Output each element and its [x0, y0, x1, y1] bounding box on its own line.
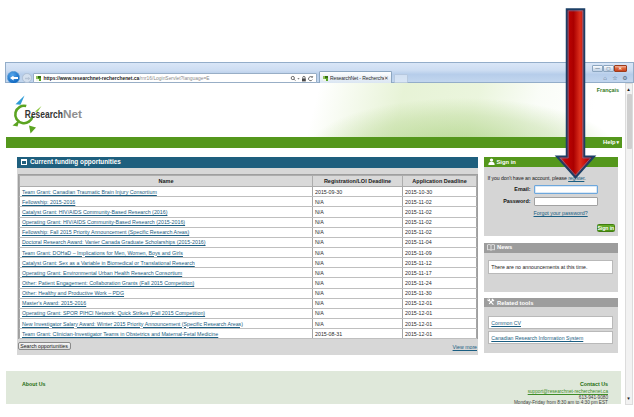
svg-text:Net: Net	[63, 109, 83, 120]
svg-text:Research: Research	[25, 109, 63, 120]
